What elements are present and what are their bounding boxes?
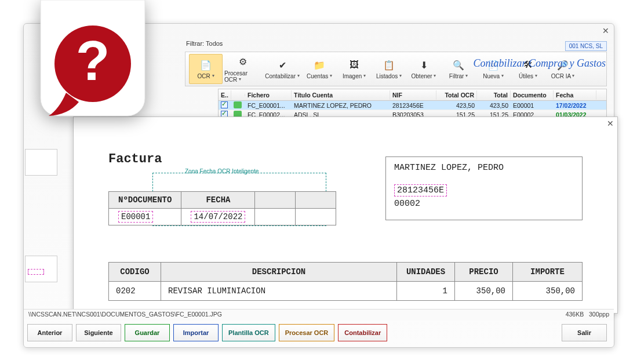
status-path: \\NCSSCAN.NET\NCS001\DOCUMENTOS_GASTOS\F…: [28, 311, 222, 318]
ocr-icon: 📄: [199, 59, 212, 71]
cell-doc: E00001: [511, 101, 554, 110]
recipient-box: MARTINEZ LOPEZ, PEDRO 28123456E 00002: [385, 156, 583, 220]
imagen-icon: 🖼: [348, 59, 361, 71]
procesar-button[interactable]: ⚙Procesar OCR ▾: [224, 54, 262, 84]
filtrar-button[interactable]: 🔍Filtrar ▾: [442, 54, 475, 84]
toolbar-label: OCR IA ▾: [551, 73, 575, 79]
filter-label: Filtrar: Todos: [186, 40, 223, 47]
listados-icon: 📋: [383, 59, 395, 71]
invoice-lines-table: CODIGO DESCRIPCION UNIDADES PRECIO IMPOR…: [108, 262, 583, 301]
main-window: ✕ Filtrar: Todos 001 NCS, SL 📄OCR ▾⚙Proc…: [23, 23, 614, 348]
salir-button[interactable]: Salir: [562, 324, 607, 341]
invoice-line-row: 0202 REVISAR ILUMINIACION 1 350,00 350,0…: [109, 282, 583, 301]
grid-header: E.. Fichero Título Cuenta NIF Total OCR …: [219, 89, 606, 101]
preview-thumb[interactable]: [25, 149, 57, 176]
plantilla-button[interactable]: Plantilla OCR: [222, 324, 275, 341]
toolbar-label: Útiles ▾: [519, 73, 537, 79]
toolbar-label: Contabilizar ▾: [265, 73, 300, 79]
app-title: Contabilizar Compras y Gastos: [473, 57, 606, 70]
th-precio: PRECIO: [455, 263, 513, 282]
ocr-fecha-value[interactable]: 14/07/2022: [191, 211, 245, 223]
recipient-nif[interactable]: 28123456E: [394, 184, 447, 196]
toolbar-label: Filtrar ▾: [449, 73, 468, 79]
imagen-button[interactable]: 🖼Imagen ▾: [337, 54, 371, 84]
th-desc: DESCRIPCION: [161, 263, 397, 282]
cell-doc: E00001: [109, 209, 181, 225]
cell-unidades: 1: [397, 282, 455, 301]
listados-button[interactable]: 📋Listados ▾: [372, 54, 406, 84]
toolbar-label: Cuentas ▾: [307, 73, 332, 79]
col-totalocr: Total OCR: [436, 90, 477, 100]
col-fichero: Fichero: [245, 90, 292, 100]
recipient-name: MARTINEZ LOPEZ, PEDRO: [394, 163, 574, 173]
status-bar: \\NCSSCAN.NET\NCS001\DOCUMENTOS_GASTOS\F…: [24, 309, 614, 319]
contabilizar-button[interactable]: ✔Contabilizar ▾: [263, 54, 301, 84]
col-check: [231, 94, 245, 96]
toolbar-label: Obtener ▾: [412, 73, 436, 79]
th-fecha: FECHA: [181, 192, 255, 209]
cell-totalocr: 423,50: [436, 101, 477, 110]
recipient-code: 00002: [394, 199, 574, 209]
cuentas-icon: 📁: [313, 59, 326, 71]
contabilizar-button[interactable]: Contabilizar: [338, 324, 387, 341]
cell-fecha: 17/02/2022: [554, 101, 596, 110]
siguiente-button[interactable]: Siguiente: [76, 324, 121, 341]
obtener-icon: ⬇: [417, 59, 430, 71]
status-size: 436KB: [566, 311, 584, 318]
procesar-icon: ⚙: [236, 56, 249, 68]
col-nif: NIF: [390, 90, 436, 100]
toolbar-label: Nueva ▾: [483, 73, 504, 79]
toolbar-label: Imagen ▾: [343, 73, 366, 79]
cell-importe: 350,00: [513, 282, 583, 301]
document-viewer: ✕ Factura Zona Fecha OCR Inteligente NºD…: [73, 117, 618, 314]
col-estado: E..: [219, 90, 231, 100]
filtrar-icon: 🔍: [452, 59, 465, 71]
obtener-button[interactable]: ⬇Obtener ▾: [407, 54, 441, 84]
cell-fecha: 14/07/2022: [181, 209, 255, 225]
toolbar-label: Listados ▾: [376, 73, 402, 79]
th-codigo: CODIGO: [109, 263, 161, 282]
ocr-doc-value[interactable]: E00001: [118, 211, 153, 223]
cell-titulo: MARTINEZ LOPEZ, PEDRO: [292, 101, 390, 110]
th-unidades: UNIDADES: [397, 263, 455, 282]
cell-total: 423,50: [477, 101, 511, 110]
status-dpi: 300ppp: [589, 311, 609, 318]
footer-toolbar: Anterior Siguiente Guardar Importar Plan…: [24, 322, 614, 344]
preview-thumb[interactable]: [25, 256, 57, 282]
cell-fichero: FC_E00001...: [245, 101, 292, 110]
cell-desc: REVISAR ILUMINIACION: [161, 282, 397, 301]
ocr-button[interactable]: 📄OCR ▾: [189, 54, 223, 84]
close-icon[interactable]: ✕: [602, 26, 609, 35]
th-importe: IMPORTE: [513, 263, 583, 282]
status-pill: [234, 101, 242, 108]
toolbar-label: Procesar OCR ▾: [224, 70, 261, 83]
cell-nif: 28123456E: [390, 101, 436, 110]
anterior-button[interactable]: Anterior: [27, 324, 72, 341]
col-titulo: Título Cuenta: [292, 90, 390, 100]
importar-button[interactable]: Importar: [173, 324, 219, 341]
col-fecha: Fecha: [554, 90, 596, 100]
toolbar-label: OCR ▾: [198, 73, 214, 79]
cell-precio: 350,00: [455, 282, 513, 301]
cell-codigo: 0202: [109, 282, 161, 301]
contabilizar-icon: ✔: [276, 59, 289, 71]
doc-header-table: NºDOCUMENTO FECHA E00001 14/07/2022: [108, 191, 336, 225]
guardar-button[interactable]: Guardar: [125, 324, 170, 341]
procesar-ocr-button[interactable]: Procesar OCR: [279, 324, 335, 341]
th-doc: NºDOCUMENTO: [109, 192, 181, 209]
close-icon[interactable]: ✕: [607, 119, 614, 128]
row-checkbox[interactable]: [221, 101, 228, 108]
cuentas-button[interactable]: 📁Cuentas ▾: [303, 54, 336, 84]
col-total: Total: [477, 90, 511, 100]
table-row[interactable]: FC_E00001...MARTINEZ LOPEZ, PEDRO2812345…: [219, 101, 606, 110]
col-doc: Documento: [511, 90, 554, 100]
company-badge[interactable]: 001 NCS, SL: [565, 41, 607, 51]
